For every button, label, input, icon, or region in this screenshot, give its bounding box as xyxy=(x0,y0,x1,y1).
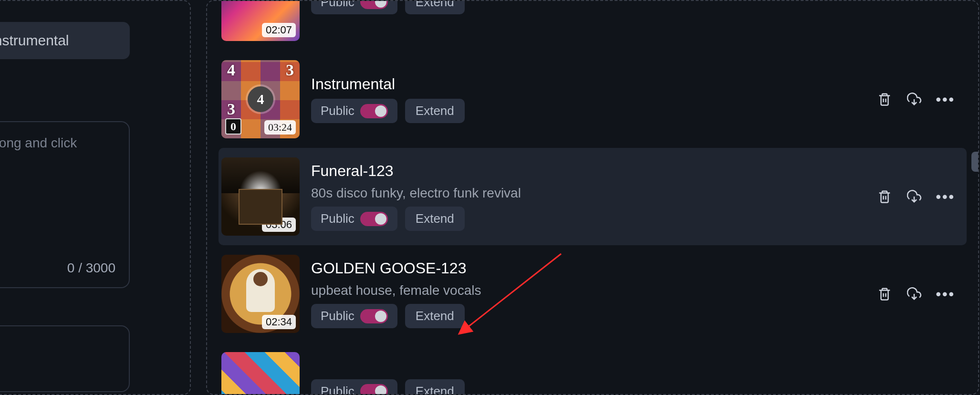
extend-button[interactable]: Extend xyxy=(405,304,465,328)
track-info: PublicExtend xyxy=(311,0,959,14)
track-duration: 02:07 xyxy=(262,23,296,37)
track-info: GOLDEN GOOSE-123upbeat house, female voc… xyxy=(311,260,865,328)
public-label: Public xyxy=(321,309,354,323)
track-actions: ••• xyxy=(876,286,959,302)
track-list-panel: 02:07PublicExtend43354003:24Instrumental… xyxy=(206,0,979,395)
track-thumbnail[interactable]: 02:07 xyxy=(221,0,300,41)
track-duration: 03:06 xyxy=(262,218,296,232)
track-actions: ••• xyxy=(876,91,959,107)
public-switch[interactable] xyxy=(360,309,388,323)
track-thumbnail[interactable] xyxy=(221,352,300,395)
public-label: Public xyxy=(321,384,354,395)
public-switch[interactable] xyxy=(360,384,388,395)
track-title: Funeral-123 xyxy=(311,162,865,180)
track-thumbnail[interactable]: 03:06 xyxy=(221,157,300,236)
extend-button[interactable]: Extend xyxy=(405,207,465,231)
track-row[interactable]: 03:06Funeral-12380s disco funky, electro… xyxy=(219,148,967,245)
public-switch[interactable] xyxy=(360,0,388,9)
track-row[interactable]: 02:34GOLDEN GOOSE-123upbeat house, femal… xyxy=(219,245,967,343)
track-duration: 03:24 xyxy=(264,120,296,135)
extend-button[interactable]: Extend xyxy=(405,379,465,395)
public-toggle-chip[interactable]: Public xyxy=(311,207,397,231)
track-info: PublicExtend xyxy=(311,379,959,395)
extend-button[interactable]: Extend xyxy=(405,99,465,123)
left-panel: Instrumental scribe a song and click 0 /… xyxy=(0,0,191,395)
download-icon[interactable] xyxy=(906,91,922,107)
track-subtitle: upbeat house, female vocals xyxy=(311,283,865,298)
public-label: Public xyxy=(321,211,354,226)
more-icon[interactable]: ••• xyxy=(936,291,955,298)
track-controls-row: PublicExtend xyxy=(311,304,865,328)
extend-button[interactable]: Extend xyxy=(405,0,465,14)
public-toggle-chip[interactable]: Public xyxy=(311,304,397,328)
more-icon[interactable]: ••• xyxy=(936,193,955,200)
track-title: GOLDEN GOOSE-123 xyxy=(311,260,865,277)
instrumental-label: Instrumental xyxy=(0,32,69,49)
trash-icon[interactable] xyxy=(876,286,893,302)
public-toggle-chip[interactable]: Public xyxy=(311,99,397,123)
track-row[interactable]: 43354003:24InstrumentalPublicExtend••• xyxy=(219,51,967,148)
public-toggle-chip[interactable]: Public xyxy=(311,0,397,14)
track-info: InstrumentalPublicExtend xyxy=(311,75,865,123)
public-toggle-chip[interactable]: Public xyxy=(311,379,397,395)
download-icon[interactable] xyxy=(906,188,922,205)
track-thumbnail[interactable]: 43354003:24 xyxy=(221,60,300,138)
instrumental-mode-button[interactable]: Instrumental xyxy=(0,22,130,59)
public-label: Public xyxy=(321,0,354,10)
track-duration: 02:34 xyxy=(262,315,296,329)
trash-icon[interactable] xyxy=(876,91,893,107)
track-controls-row: PublicExtend xyxy=(311,207,865,231)
download-icon[interactable] xyxy=(906,286,922,302)
public-switch[interactable] xyxy=(360,212,388,226)
track-title: Instrumental xyxy=(311,75,865,93)
more-icon[interactable]: ••• xyxy=(936,96,955,103)
description-placeholder: scribe a song and click xyxy=(0,134,117,152)
track-actions: ••• xyxy=(876,188,959,205)
extra-options-box[interactable] xyxy=(0,325,130,392)
public-label: Public xyxy=(321,104,354,118)
track-row[interactable]: 02:07PublicExtend xyxy=(219,0,967,51)
song-description-input[interactable]: scribe a song and click 0 / 3000 xyxy=(0,121,130,288)
track-thumbnail[interactable]: 02:34 xyxy=(221,255,300,333)
track-list: 02:07PublicExtend43354003:24Instrumental… xyxy=(207,0,978,395)
play-icon[interactable] xyxy=(248,184,273,209)
track-subtitle: 80s disco funky, electro funk revival xyxy=(311,186,865,201)
track-controls-row: PublicExtend xyxy=(311,99,865,123)
track-info: Funeral-12380s disco funky, electro funk… xyxy=(311,162,865,231)
public-switch[interactable] xyxy=(360,104,388,118)
character-counter: 0 / 3000 xyxy=(67,260,115,276)
track-controls-row: PublicExtend xyxy=(311,0,959,14)
track-row[interactable]: PublicExtend xyxy=(219,343,967,395)
trash-icon[interactable] xyxy=(876,188,893,205)
track-controls-row: PublicExtend xyxy=(311,379,959,395)
